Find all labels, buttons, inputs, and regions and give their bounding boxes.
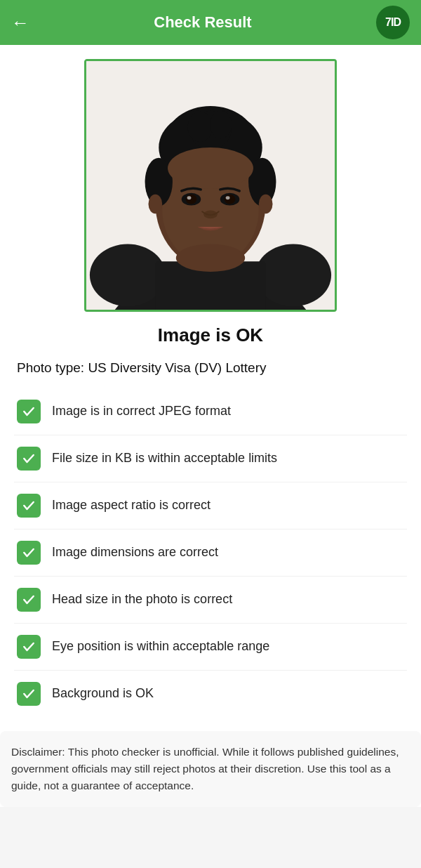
checklist-label-dimensions: Image dimensions are correct: [52, 544, 218, 560]
svg-point-15: [168, 147, 253, 189]
checklist-item-background: Background is OK: [14, 671, 407, 717]
svg-point-25: [176, 244, 245, 272]
svg-point-3: [255, 244, 331, 307]
svg-point-23: [149, 195, 163, 214]
check-icon-eyepos: [17, 635, 41, 659]
svg-point-13: [188, 112, 213, 142]
checklist-item-filesize: File size in KB is within acceptable lim…: [14, 435, 407, 482]
check-icon-background: [17, 682, 41, 706]
main-content: Image is OK Photo type: US Diversity Vis…: [0, 45, 421, 807]
checklist-label-aspect: Image aspect ratio is correct: [52, 497, 210, 513]
checklist-item-aspect: Image aspect ratio is correct: [14, 482, 407, 530]
checklist-label-jpeg: Image is in correct JPEG format: [52, 403, 231, 419]
photo-type-label: Photo type: US Diversity Visa (DV) Lotte…: [14, 360, 407, 376]
disclaimer-text: Disclaimer: This photo checker is unoffi…: [11, 744, 410, 794]
check-icon-aspect: [17, 494, 41, 518]
app-logo: 7ID: [376, 6, 410, 39]
svg-point-21: [226, 196, 230, 199]
svg-point-2: [90, 244, 166, 307]
svg-point-14: [210, 111, 232, 138]
photo-container: [14, 59, 407, 312]
page-title: Check Result: [29, 13, 376, 32]
checklist-label-headsize: Head size in the photo is correct: [52, 591, 232, 607]
checklist-label-background: Background is OK: [52, 685, 154, 702]
photo-frame: [84, 59, 337, 312]
check-icon-filesize: [17, 447, 41, 471]
check-icon-dimensions: [17, 541, 41, 565]
svg-point-18: [187, 196, 192, 199]
checklist-item-headsize: Head size in the photo is correct: [14, 577, 407, 624]
check-icon-headsize: [17, 588, 41, 612]
checklist-label-eyepos: Eye position is within acceptable range: [52, 638, 269, 655]
checklist-item-jpeg: Image is in correct JPEG format: [14, 388, 407, 435]
app-header: ← Check Result 7ID: [0, 0, 421, 45]
checklist-item-dimensions: Image dimensions are correct: [14, 530, 407, 577]
back-button[interactable]: ←: [11, 12, 29, 34]
svg-point-17: [186, 195, 197, 204]
status-title: Image is OK: [14, 324, 407, 346]
check-icon-jpeg: [17, 400, 41, 423]
checklist-label-filesize: File size in KB is within acceptable lim…: [52, 450, 277, 466]
svg-point-24: [259, 195, 273, 214]
passport-photo: [86, 61, 335, 310]
svg-point-20: [225, 195, 236, 204]
checklist-item-eyepos: Eye position is within acceptable range: [14, 624, 407, 671]
checklist: Image is in correct JPEG format File siz…: [14, 388, 407, 717]
disclaimer-box: Disclaimer: This photo checker is unoffi…: [0, 731, 421, 807]
